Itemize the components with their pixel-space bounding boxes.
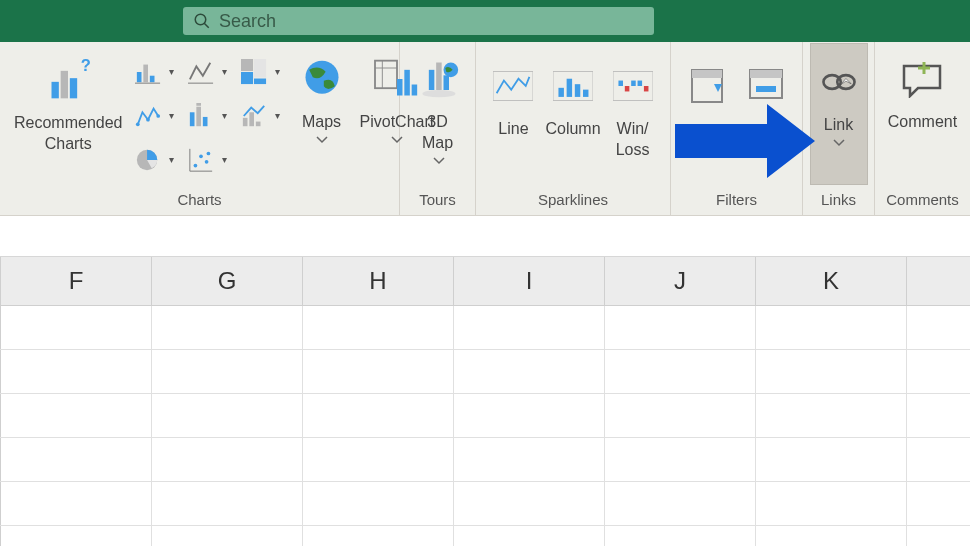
svg-rect-39 (428, 69, 434, 89)
comment-button[interactable]: Comment (880, 43, 965, 185)
recommended-charts-button[interactable]: ? Recommended Charts (6, 44, 131, 184)
svg-rect-41 (443, 75, 449, 90)
svg-rect-13 (241, 72, 253, 84)
svg-rect-24 (255, 121, 260, 126)
grid-row (0, 394, 970, 438)
chevron-down-icon (433, 157, 445, 165)
svg-rect-20 (202, 116, 207, 125)
slicer-button[interactable] (684, 50, 732, 178)
comments-group-label: Comments (875, 185, 970, 215)
col-header[interactable]: F (1, 257, 152, 305)
search-icon (193, 12, 211, 30)
col-header[interactable]: L (907, 257, 970, 305)
svg-point-32 (305, 60, 338, 93)
svg-rect-12 (254, 59, 266, 78)
3d-map-icon (416, 57, 460, 101)
svg-rect-23 (249, 112, 254, 126)
chevron-down-icon (833, 139, 845, 147)
timeline-button[interactable] (742, 50, 790, 178)
col-header[interactable]: I (454, 257, 605, 305)
recommended-charts-label: Recommended Charts (14, 112, 123, 154)
maps-label: Maps (302, 111, 341, 132)
grid-area[interactable] (0, 306, 970, 546)
group-sparklines: Line Column Win/ Loss Sparklines (476, 42, 671, 215)
ribbon: ? Recommended Charts ▾ ▾ ▾ ▾ (0, 42, 970, 216)
svg-rect-48 (575, 84, 580, 97)
col-header[interactable]: G (152, 257, 303, 305)
combo-chart-icon (241, 103, 267, 129)
3d-map-button[interactable]: 3D Map (408, 43, 468, 185)
svg-rect-60 (750, 70, 782, 78)
svg-rect-57 (692, 70, 722, 78)
sparkline-winloss-icon (613, 70, 653, 102)
insert-column-chart-button[interactable]: ▾ (135, 54, 174, 90)
insert-waterfall-chart-button[interactable]: ▾ (135, 98, 174, 134)
svg-rect-51 (618, 80, 623, 85)
svg-rect-54 (637, 80, 642, 85)
svg-rect-11 (241, 59, 253, 71)
search-box[interactable]: Search (183, 7, 654, 35)
scatter-chart-icon (188, 147, 214, 173)
sparkline-column-icon (553, 70, 593, 102)
svg-point-30 (204, 160, 208, 164)
search-placeholder: Search (219, 11, 276, 32)
column-chart-icon (135, 59, 161, 85)
svg-point-15 (135, 122, 139, 126)
waterfall-chart-icon (135, 103, 161, 129)
comment-label: Comment (888, 111, 957, 132)
sparkline-line-button[interactable]: Line (489, 50, 537, 178)
svg-rect-21 (196, 103, 201, 106)
grid-row (0, 482, 970, 526)
svg-rect-52 (624, 86, 629, 91)
sparkline-line-icon (493, 70, 533, 102)
insert-pie-chart-button[interactable]: ▾ (135, 142, 174, 178)
col-header[interactable]: J (605, 257, 756, 305)
maps-button[interactable]: Maps (292, 43, 352, 185)
insert-statistic-chart-button[interactable]: ▾ (188, 98, 227, 134)
svg-rect-55 (643, 86, 648, 91)
insert-hierarchy-chart-button[interactable]: ▾ (241, 54, 280, 90)
group-charts: ? Recommended Charts ▾ ▾ ▾ ▾ (0, 42, 400, 215)
insert-combo-chart-button[interactable]: ▾ (241, 98, 280, 134)
grid-row (0, 438, 970, 482)
title-bar: Search (0, 0, 970, 42)
grid-row (0, 350, 970, 394)
svg-rect-47 (567, 78, 572, 96)
svg-rect-7 (143, 64, 148, 82)
sparkline-column-button[interactable]: Column (541, 50, 604, 178)
links-group-label: Links (803, 185, 874, 215)
svg-rect-3 (61, 70, 68, 97)
sparklines-group-label: Sparklines (476, 185, 670, 215)
svg-point-28 (193, 163, 197, 167)
svg-rect-53 (631, 80, 636, 85)
svg-rect-2 (52, 81, 59, 97)
svg-rect-40 (436, 62, 442, 90)
svg-rect-49 (583, 89, 588, 96)
line-chart-icon (188, 59, 214, 85)
sparkline-winloss-button[interactable]: Win/ Loss (609, 50, 657, 178)
grid-row (0, 306, 970, 350)
insert-line-chart-button[interactable]: ▾ (188, 54, 227, 90)
group-tours: 3D Map Tours (400, 42, 476, 215)
svg-rect-33 (375, 60, 397, 87)
svg-point-29 (199, 154, 203, 158)
grid-row (0, 526, 970, 546)
insert-scatter-chart-button[interactable]: ▾ (188, 142, 227, 178)
group-comments: Comment Comments (875, 42, 970, 215)
svg-rect-61 (756, 86, 776, 92)
column-header-row: F G H I J K L (0, 256, 970, 306)
svg-text:?: ? (81, 58, 90, 74)
svg-point-17 (156, 114, 160, 118)
col-header[interactable]: K (756, 257, 907, 305)
group-links: Link Links (803, 42, 875, 215)
svg-point-42 (422, 90, 455, 97)
svg-point-31 (206, 151, 210, 155)
recommended-charts-icon: ? (46, 58, 90, 102)
svg-marker-58 (714, 84, 722, 92)
sparkline-winloss-label: Win/ Loss (616, 118, 650, 160)
link-button[interactable]: Link (810, 43, 868, 185)
chart-types-grid: ▾ ▾ ▾ ▾ ▾ ▾ ▾ (131, 50, 292, 178)
chevron-down-icon (316, 136, 328, 144)
svg-rect-14 (254, 78, 266, 84)
col-header[interactable]: H (303, 257, 454, 305)
